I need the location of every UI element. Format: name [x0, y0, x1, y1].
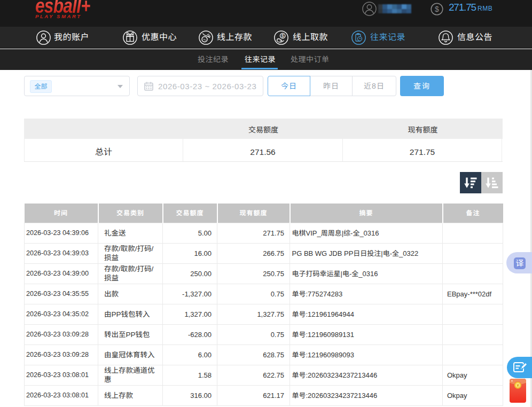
- svg-text:$: $: [281, 33, 285, 38]
- svg-text:$: $: [435, 5, 439, 13]
